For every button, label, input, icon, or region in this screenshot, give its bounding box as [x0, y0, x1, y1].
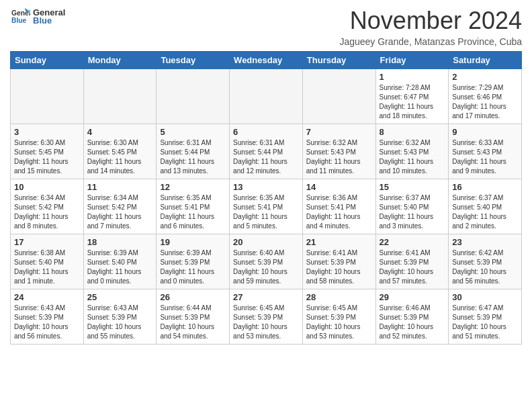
day-info: Sunrise: 6:37 AM Sunset: 5:40 PM Dayligh… [380, 193, 445, 231]
day-number: 12 [160, 182, 226, 192]
day-number: 9 [452, 127, 518, 137]
day-number: 28 [306, 292, 372, 302]
calendar-cell: 25Sunrise: 6:43 AM Sunset: 5:39 PM Dayli… [83, 289, 157, 345]
calendar-cell: 24Sunrise: 6:43 AM Sunset: 5:39 PM Dayli… [11, 289, 84, 345]
calendar-cell: 26Sunrise: 6:44 AM Sunset: 5:39 PM Dayli… [157, 289, 230, 345]
calendar-cell: 7Sunrise: 6:32 AM Sunset: 5:43 PM Daylig… [302, 124, 375, 179]
day-number: 5 [160, 127, 226, 137]
calendar-cell: 29Sunrise: 6:46 AM Sunset: 5:39 PM Dayli… [375, 289, 449, 345]
calendar-cell: 17Sunrise: 6:38 AM Sunset: 5:40 PM Dayli… [11, 234, 84, 289]
day-info: Sunrise: 6:33 AM Sunset: 5:43 PM Dayligh… [452, 138, 518, 176]
day-info: Sunrise: 6:30 AM Sunset: 5:45 PM Dayligh… [87, 138, 153, 176]
calendar-cell: 5Sunrise: 6:31 AM Sunset: 5:44 PM Daylig… [157, 124, 230, 179]
calendar-cell [157, 69, 230, 124]
day-header-monday: Monday [83, 52, 157, 69]
calendar-cell: 9Sunrise: 6:33 AM Sunset: 5:43 PM Daylig… [449, 124, 522, 179]
day-info: Sunrise: 6:39 AM Sunset: 5:40 PM Dayligh… [87, 248, 153, 286]
title-area: November 2024 Jagueey Grande, Matanzas P… [339, 7, 522, 47]
calendar-cell: 20Sunrise: 6:40 AM Sunset: 5:39 PM Dayli… [230, 234, 303, 289]
day-header-sunday: Sunday [11, 52, 84, 69]
day-info: Sunrise: 7:28 AM Sunset: 6:47 PM Dayligh… [380, 83, 445, 121]
day-info: Sunrise: 6:47 AM Sunset: 5:39 PM Dayligh… [452, 304, 518, 341]
calendar-cell: 12Sunrise: 6:35 AM Sunset: 5:41 PM Dayli… [157, 179, 230, 234]
day-info: Sunrise: 6:30 AM Sunset: 5:45 PM Dayligh… [14, 138, 80, 176]
day-info: Sunrise: 6:36 AM Sunset: 5:41 PM Dayligh… [306, 193, 372, 231]
day-info: Sunrise: 6:31 AM Sunset: 5:44 PM Dayligh… [233, 138, 299, 176]
day-info: Sunrise: 6:44 AM Sunset: 5:39 PM Dayligh… [160, 304, 226, 341]
page: General Blue General Blue November 2024 … [0, 0, 532, 351]
location: Jagueey Grande, Matanzas Province, Cuba [339, 36, 522, 47]
day-info: Sunrise: 6:32 AM Sunset: 5:43 PM Dayligh… [380, 138, 445, 176]
day-number: 3 [14, 127, 80, 137]
day-info: Sunrise: 6:32 AM Sunset: 5:43 PM Dayligh… [306, 138, 372, 176]
calendar-cell: 15Sunrise: 6:37 AM Sunset: 5:40 PM Dayli… [375, 179, 449, 234]
day-number: 17 [14, 237, 80, 247]
day-info: Sunrise: 6:43 AM Sunset: 5:39 PM Dayligh… [14, 304, 80, 341]
day-info: Sunrise: 6:45 AM Sunset: 5:39 PM Dayligh… [233, 304, 299, 341]
calendar-cell [230, 69, 303, 124]
header: General Blue General Blue November 2024 … [10, 7, 522, 47]
day-header-friday: Friday [375, 52, 449, 69]
calendar-header-row: SundayMondayTuesdayWednesdayThursdayFrid… [11, 52, 522, 69]
day-info: Sunrise: 6:35 AM Sunset: 5:41 PM Dayligh… [160, 193, 226, 231]
day-number: 2 [452, 72, 518, 82]
day-number: 24 [14, 292, 80, 302]
calendar-cell: 27Sunrise: 6:45 AM Sunset: 5:39 PM Dayli… [230, 289, 303, 345]
calendar-cell: 21Sunrise: 6:41 AM Sunset: 5:39 PM Dayli… [302, 234, 375, 289]
calendar-cell [11, 69, 84, 124]
calendar-table: SundayMondayTuesdayWednesdayThursdayFrid… [10, 51, 522, 345]
day-number: 16 [452, 182, 518, 192]
day-info: Sunrise: 6:37 AM Sunset: 5:40 PM Dayligh… [452, 193, 518, 231]
logo: General Blue General Blue [10, 7, 65, 26]
calendar-cell: 3Sunrise: 6:30 AM Sunset: 5:45 PM Daylig… [11, 124, 84, 179]
calendar-cell: 23Sunrise: 6:42 AM Sunset: 5:39 PM Dayli… [449, 234, 522, 289]
day-number: 7 [306, 127, 372, 137]
day-info: Sunrise: 6:41 AM Sunset: 5:39 PM Dayligh… [380, 248, 445, 286]
calendar-cell: 19Sunrise: 6:39 AM Sunset: 5:39 PM Dayli… [157, 234, 230, 289]
day-number: 1 [380, 72, 445, 82]
calendar-week-4: 17Sunrise: 6:38 AM Sunset: 5:40 PM Dayli… [11, 234, 522, 289]
day-info: Sunrise: 6:40 AM Sunset: 5:39 PM Dayligh… [233, 248, 299, 286]
day-number: 13 [233, 182, 299, 192]
day-number: 20 [233, 237, 299, 247]
day-number: 30 [452, 292, 518, 302]
day-header-saturday: Saturday [449, 52, 522, 69]
svg-text:Blue: Blue [11, 17, 27, 24]
day-header-tuesday: Tuesday [157, 52, 230, 69]
calendar-cell: 28Sunrise: 6:45 AM Sunset: 5:39 PM Dayli… [302, 289, 375, 345]
day-number: 18 [87, 237, 153, 247]
day-info: Sunrise: 6:39 AM Sunset: 5:39 PM Dayligh… [160, 248, 226, 286]
day-number: 26 [160, 292, 226, 302]
calendar-cell: 18Sunrise: 6:39 AM Sunset: 5:40 PM Dayli… [83, 234, 157, 289]
day-number: 27 [233, 292, 299, 302]
day-number: 6 [233, 127, 299, 137]
day-number: 10 [14, 182, 80, 192]
calendar-cell: 1Sunrise: 7:28 AM Sunset: 6:47 PM Daylig… [375, 69, 449, 124]
calendar-cell: 30Sunrise: 6:47 AM Sunset: 5:39 PM Dayli… [449, 289, 522, 345]
calendar-cell: 13Sunrise: 6:35 AM Sunset: 5:41 PM Dayli… [230, 179, 303, 234]
calendar-cell: 4Sunrise: 6:30 AM Sunset: 5:45 PM Daylig… [83, 124, 157, 179]
calendar-cell [83, 69, 157, 124]
day-header-thursday: Thursday [302, 52, 375, 69]
day-info: Sunrise: 6:45 AM Sunset: 5:39 PM Dayligh… [306, 304, 372, 341]
calendar-cell: 8Sunrise: 6:32 AM Sunset: 5:43 PM Daylig… [375, 124, 449, 179]
day-number: 15 [380, 182, 445, 192]
calendar-cell [302, 69, 375, 124]
day-info: Sunrise: 6:43 AM Sunset: 5:39 PM Dayligh… [87, 304, 153, 341]
calendar-week-2: 3Sunrise: 6:30 AM Sunset: 5:45 PM Daylig… [11, 124, 522, 179]
day-number: 22 [380, 237, 445, 247]
calendar-cell: 2Sunrise: 7:29 AM Sunset: 6:46 PM Daylig… [449, 69, 522, 124]
calendar-week-3: 10Sunrise: 6:34 AM Sunset: 5:42 PM Dayli… [11, 179, 522, 234]
calendar-cell: 14Sunrise: 6:36 AM Sunset: 5:41 PM Dayli… [302, 179, 375, 234]
calendar-cell: 22Sunrise: 6:41 AM Sunset: 5:39 PM Dayli… [375, 234, 449, 289]
day-number: 14 [306, 182, 372, 192]
calendar-week-1: 1Sunrise: 7:28 AM Sunset: 6:47 PM Daylig… [11, 69, 522, 124]
day-info: Sunrise: 6:41 AM Sunset: 5:39 PM Dayligh… [306, 248, 372, 286]
day-number: 11 [87, 182, 153, 192]
day-info: Sunrise: 6:42 AM Sunset: 5:39 PM Dayligh… [452, 248, 518, 286]
calendar-week-5: 24Sunrise: 6:43 AM Sunset: 5:39 PM Dayli… [11, 289, 522, 345]
day-info: Sunrise: 6:46 AM Sunset: 5:39 PM Dayligh… [380, 304, 445, 341]
calendar-cell: 10Sunrise: 6:34 AM Sunset: 5:42 PM Dayli… [11, 179, 84, 234]
day-number: 4 [87, 127, 153, 137]
day-number: 19 [160, 237, 226, 247]
